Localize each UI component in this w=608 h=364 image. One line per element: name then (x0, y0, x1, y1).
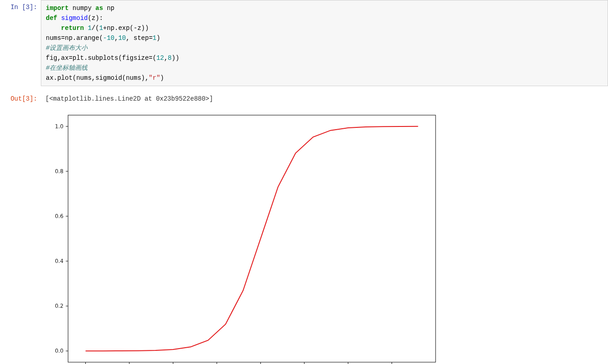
code-cell: In [3]: import numpy as np def sigmoid(z… (0, 0, 608, 86)
output-prompt: Out[3]: (0, 92, 41, 106)
y-tick-label: 0.0 (55, 348, 64, 354)
notebook: In [3]: import numpy as np def sigmoid(z… (0, 0, 608, 364)
y-tick-label: 0.4 (55, 258, 64, 264)
y-tick-label: 0.8 (55, 168, 64, 175)
y-tick-label: 0.2 (55, 303, 64, 309)
input-prompt: In [3]: (0, 0, 41, 15)
code-input-area[interactable]: import numpy as np def sigmoid(z): retur… (41, 0, 608, 86)
svg-rect-0 (68, 115, 436, 362)
sigmoid-series (86, 126, 418, 351)
y-tick-label: 1.0 (55, 123, 64, 130)
sigmoid-line-chart: -10.0-7.5-5.0-2.50.02.55.07.50.00.20.40.… (41, 111, 440, 364)
output-cell: Out[3]: [<matplotlib.lines.Line2D at 0x2… (0, 92, 608, 106)
chart-output: -10.0-7.5-5.0-2.50.02.55.07.50.00.20.40.… (0, 106, 608, 364)
y-tick-label: 0.6 (55, 213, 64, 219)
output-text: [<matplotlib.lines.Line2D at 0x23b9522e8… (41, 92, 608, 106)
